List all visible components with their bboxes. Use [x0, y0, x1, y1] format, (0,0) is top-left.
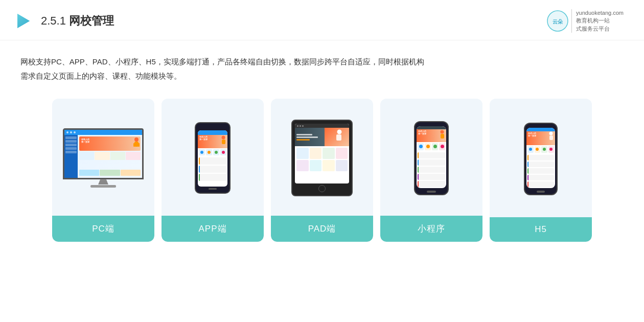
svg-rect-9 — [222, 140, 225, 144]
card-pc-label: PC端 — [52, 216, 154, 242]
description: 网校支持PC、APP、PAD、小程序、H5，实现多端打通，产品各终端自由切换，数… — [0, 40, 644, 88]
miniapp-phone-mockup: 创进人的第一堂课 — [414, 121, 449, 195]
page: 2.5.1 网校管理 云朵 yunduoketang.com 教育机构一站 式服… — [0, 0, 644, 322]
svg-rect-11 — [336, 134, 341, 141]
h5-phone-mockup: 创进人的第一堂课 — [524, 123, 558, 195]
svg-text:云朵: 云朵 — [553, 19, 563, 25]
tablet-screen — [295, 124, 349, 183]
phone-home-button — [209, 188, 217, 190]
card-app: 创进人的第一堂课 — [162, 99, 264, 242]
card-pad-image — [271, 99, 373, 216]
svg-marker-1 — [17, 14, 30, 28]
brand-logo: 云朵 yunduoketang.com 教育机构一站 式服务云平台 — [547, 9, 624, 33]
card-app-label: APP端 — [162, 216, 264, 242]
card-pad-label: PAD端 — [271, 216, 373, 242]
pad-tablet-mockup — [291, 120, 353, 196]
brand-text: yunduoketang.com 教育机构一站 式服务云平台 — [571, 9, 624, 33]
svg-rect-6 — [133, 143, 135, 147]
description-line2: 需求自定义页面上的内容、课程、功能模块等。 — [20, 69, 624, 83]
svg-rect-7 — [138, 143, 140, 147]
card-h5-image: 创进人的第一堂课 — [490, 99, 592, 217]
card-miniapp: 创进人的第一堂课 — [380, 99, 482, 242]
card-miniapp-label: 小程序 — [380, 216, 482, 242]
header: 2.5.1 网校管理 云朵 yunduoketang.com 教育机构一站 式服… — [0, 0, 644, 40]
svg-rect-15 — [549, 135, 553, 140]
card-pc-image: 创造人的第一堂课 — [52, 99, 154, 216]
card-miniapp-image: 创进人的第一堂课 — [380, 99, 482, 216]
svg-point-10 — [337, 130, 342, 134]
brand-icon: 云朵 — [547, 10, 568, 32]
svg-point-14 — [549, 131, 553, 135]
header-left: 2.5.1 网校管理 — [15, 12, 114, 30]
card-h5: 创进人的第一堂课 — [490, 99, 592, 242]
phone-new-home — [427, 191, 436, 193]
tablet-home-button — [318, 185, 326, 192]
svg-rect-5 — [134, 142, 139, 147]
svg-point-4 — [134, 137, 139, 142]
app-phone-mockup: 创进人的第一堂课 — [195, 122, 231, 194]
h5-phone-home — [537, 191, 545, 193]
phone-notch — [207, 126, 218, 129]
h5-phone-screen: 创进人的第一堂课 — [526, 128, 555, 188]
phone-new-notch — [426, 122, 437, 126]
h5-phone-notch — [535, 124, 546, 128]
card-pad: PAD端 — [271, 99, 373, 242]
logo-arrow-icon — [15, 12, 34, 30]
svg-point-8 — [222, 136, 225, 140]
card-h5-label: H5 — [490, 217, 592, 242]
cards-section: 创造人的第一堂课 — [0, 88, 644, 252]
monitor-screen: 创造人的第一堂课 — [63, 128, 144, 179]
card-pc: 创造人的第一堂课 — [52, 99, 154, 242]
page-title: 2.5.1 网校管理 — [41, 13, 114, 29]
svg-rect-13 — [441, 134, 444, 139]
phone-screen: 创进人的第一堂课 — [198, 130, 227, 187]
description-line1: 网校支持PC、APP、PAD、小程序、H5，实现多端打通，产品各终端自由切换，数… — [20, 55, 624, 69]
pc-monitor-mockup: 创造人的第一堂课 — [63, 128, 144, 188]
monitor-base — [90, 185, 116, 188]
card-app-image: 创进人的第一堂课 — [162, 99, 264, 216]
phone-new-screen: 创进人的第一堂课 — [417, 126, 446, 188]
monitor-stand — [98, 179, 108, 185]
svg-point-12 — [441, 130, 444, 133]
